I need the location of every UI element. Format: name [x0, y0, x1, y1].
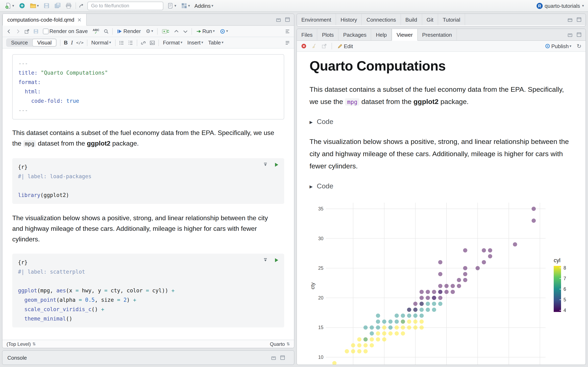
- visual-editor-surface[interactable]: --- title: "Quarto Computations" format:…: [2, 49, 294, 340]
- pane-layout-button[interactable]: ▾: [180, 2, 191, 9]
- new-project-icon: [18, 2, 25, 9]
- forward-icon[interactable]: [15, 28, 21, 34]
- viewer-pane-buttons: [563, 29, 586, 40]
- viewer-publish-button[interactable]: Publish ▾: [544, 43, 572, 50]
- run-chunks-above-icon[interactable]: [263, 257, 268, 263]
- run-chunk-icon[interactable]: [274, 257, 279, 263]
- table-menu[interactable]: Table ▾: [207, 39, 224, 46]
- numbered-list-icon[interactable]: [128, 40, 134, 45]
- run-chunk-icon[interactable]: [274, 162, 279, 167]
- maximize-pane-icon[interactable]: [285, 17, 290, 22]
- minimize-pane-icon[interactable]: [276, 17, 281, 22]
- italic-button[interactable]: I: [71, 39, 73, 46]
- spellcheck-button[interactable]: ABC ✓: [92, 28, 100, 34]
- compile-report-button[interactable]: ▾: [166, 2, 177, 9]
- insert-menu[interactable]: Insert ▾: [186, 39, 204, 46]
- addins-menu[interactable]: Addins ▾: [194, 2, 214, 9]
- paragraph-text: dataset from the: [36, 140, 87, 147]
- code-line: theme_minimal(): [18, 314, 278, 323]
- tab-history[interactable]: History: [336, 14, 362, 25]
- discard-viewer-icon[interactable]: [301, 43, 307, 49]
- svg-text:5: 5: [563, 297, 566, 302]
- new-file-button[interactable]: ▾: [4, 2, 15, 9]
- doc-format-selector[interactable]: Quarto ⇅: [270, 341, 290, 347]
- insert-menu-label: Insert: [187, 40, 200, 46]
- format-menu[interactable]: Format ▾: [162, 39, 183, 46]
- maximize-pane-icon[interactable]: [576, 17, 582, 22]
- open-in-browser-icon[interactable]: [321, 43, 327, 49]
- project-menu[interactable]: R quarto-tutorials ▾: [536, 3, 584, 9]
- render-settings-button[interactable]: ⚙ ▾: [145, 28, 154, 35]
- minimize-pane-icon[interactable]: [271, 355, 277, 360]
- render-button[interactable]: Render: [116, 28, 141, 35]
- scope-selector[interactable]: (Top Level) ⇅: [7, 341, 36, 347]
- back-icon[interactable]: [6, 28, 12, 34]
- save-all-button[interactable]: [53, 2, 62, 9]
- close-tab-icon[interactable]: ×: [77, 17, 82, 23]
- prev-chunk-icon[interactable]: [173, 28, 179, 34]
- tab-presentation[interactable]: Presentation: [417, 29, 457, 40]
- tab-packages[interactable]: Packages: [339, 29, 371, 40]
- goto-file-input[interactable]: [87, 1, 163, 10]
- code-fold-toggle[interactable]: ▶ Code: [310, 118, 571, 126]
- tab-build[interactable]: Build: [401, 14, 422, 25]
- outline-toggle-icon[interactable]: [285, 28, 290, 34]
- tab-viewer[interactable]: Viewer: [392, 29, 417, 41]
- next-chunk-icon[interactable]: [182, 28, 188, 34]
- console-title: Console: [7, 355, 27, 361]
- new-project-button[interactable]: [18, 2, 26, 9]
- yaml-line: ---: [18, 106, 278, 115]
- run-chunks-above-icon[interactable]: [263, 162, 268, 167]
- save-icon[interactable]: [33, 28, 39, 34]
- maximize-pane-icon[interactable]: [280, 355, 285, 360]
- run-button[interactable]: Run ▾: [195, 28, 216, 35]
- yaml-line: ---: [18, 59, 278, 68]
- tab-environment[interactable]: Environment: [297, 14, 336, 25]
- render-on-save-toggle[interactable]: Render on Save: [42, 28, 89, 35]
- tab-files[interactable]: Files: [297, 29, 318, 40]
- doc-format-label: Quarto: [270, 341, 285, 347]
- doc-paragraph: This dataset contains a subset of the fu…: [310, 83, 571, 108]
- svg-text:8: 8: [563, 265, 566, 271]
- format-options-icon[interactable]: [285, 40, 290, 45]
- bold-button[interactable]: B: [64, 40, 68, 46]
- doc-text: dataset from the: [360, 98, 414, 106]
- minimize-pane-icon[interactable]: [567, 32, 573, 38]
- search-icon[interactable]: [103, 28, 109, 34]
- code-fold-toggle[interactable]: ▶ Code: [310, 182, 571, 191]
- print-button[interactable]: [65, 2, 73, 9]
- edit-button[interactable]: Edit: [337, 43, 354, 50]
- yaml-front-matter[interactable]: --- title: "Quarto Computations" format:…: [12, 54, 284, 119]
- source-publish-button[interactable]: ▾: [219, 28, 229, 34]
- code-chunk-scatterplot[interactable]: {r} #| label: scatterplot ggplot(mpg, ae…: [12, 254, 284, 327]
- insert-chunk-button[interactable]: C: [161, 28, 170, 34]
- source-mode-button[interactable]: Source: [7, 39, 32, 47]
- tab-help[interactable]: Help: [371, 29, 392, 40]
- tab-plots[interactable]: Plots: [318, 29, 339, 40]
- visual-mode-button[interactable]: Visual: [32, 39, 56, 47]
- console-header[interactable]: Console: [2, 351, 294, 365]
- save-button[interactable]: [43, 2, 51, 9]
- clear-viewer-broom-icon[interactable]: [311, 43, 317, 49]
- image-icon[interactable]: [149, 40, 155, 45]
- render-on-save-checkbox[interactable]: [43, 28, 49, 34]
- maximize-pane-icon[interactable]: [576, 32, 582, 38]
- restore-pane-icon[interactable]: [567, 17, 573, 22]
- environment-pane: Environment History Connections Build Gi…: [296, 13, 586, 26]
- pane-layout-caret: ▾: [188, 4, 190, 8]
- main-toolbar: ▾ ▾: [0, 0, 588, 12]
- toolbar-separator: [332, 43, 332, 49]
- code-format-button[interactable]: </>: [76, 40, 84, 45]
- editor-tab[interactable]: computations-code-fold.qmd ×: [2, 14, 86, 26]
- tab-git[interactable]: Git: [422, 14, 438, 25]
- refresh-icon[interactable]: ↻: [577, 43, 581, 49]
- doc-paragraph: The visualization below shows a positive…: [310, 136, 571, 173]
- link-icon[interactable]: [140, 40, 146, 45]
- tab-connections[interactable]: Connections: [362, 14, 401, 25]
- open-file-button[interactable]: ▾: [29, 2, 40, 9]
- paragraph-style-dropdown[interactable]: Normal ▾: [90, 39, 112, 46]
- code-chunk-load-packages[interactable]: {r} #| label: load-packages library(ggpl…: [12, 158, 284, 204]
- tab-tutorial[interactable]: Tutorial: [438, 14, 465, 25]
- popout-icon[interactable]: [24, 28, 30, 34]
- bullet-list-icon[interactable]: [119, 40, 125, 45]
